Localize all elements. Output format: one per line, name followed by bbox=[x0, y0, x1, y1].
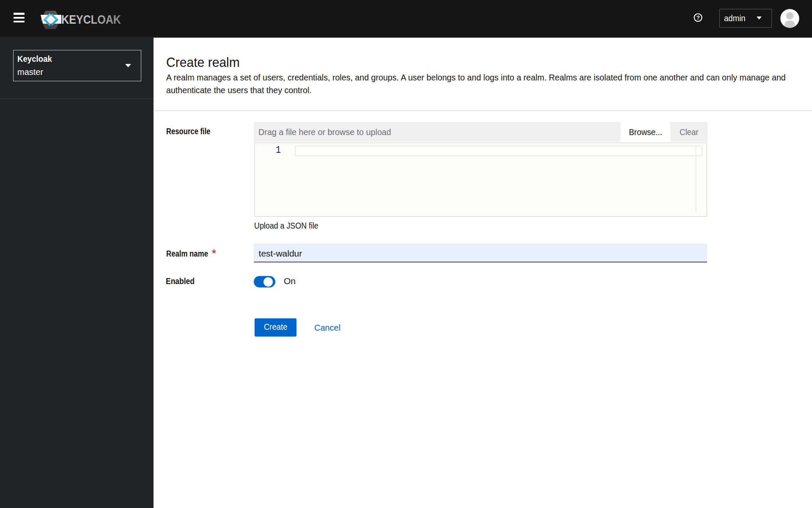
svg-text:KEYCLOAK: KEYCLOAK bbox=[61, 12, 121, 26]
svg-text:?: ? bbox=[696, 14, 700, 21]
